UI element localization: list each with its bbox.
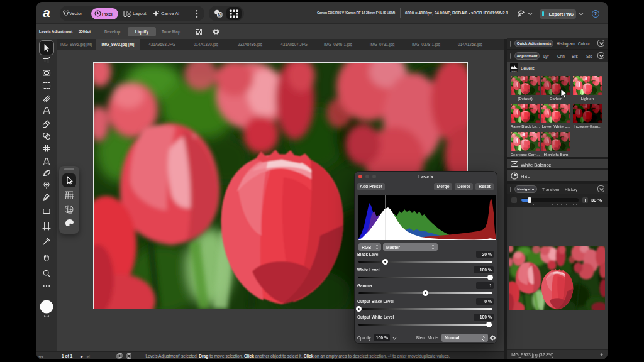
svg-text:A: A <box>218 13 221 16</box>
svg-text:Default: Default <box>512 70 517 72</box>
